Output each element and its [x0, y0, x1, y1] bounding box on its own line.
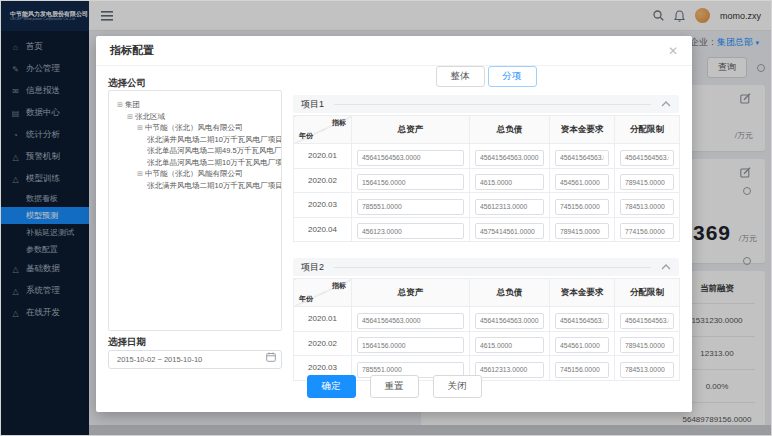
- app-root: 中节能风力发电股份有限公司 CECEP Wind power Corporati…: [0, 0, 772, 436]
- indicator-value-input[interactable]: [475, 313, 544, 329]
- tree-expand-icon[interactable]: ⊞: [127, 113, 133, 120]
- tree-expand-icon[interactable]: ⊞: [137, 170, 143, 177]
- table-row: 2020.03: [294, 193, 680, 218]
- select-company-label: 选择公司: [108, 77, 146, 88]
- indicator-value-input[interactable]: [620, 174, 674, 190]
- close-icon[interactable]: ✕: [668, 45, 678, 57]
- indicator-table-项目1: 指标年份总资产总负债资本金要求分配限制2020.012020.022020.03…: [293, 115, 680, 242]
- view-tabs: 整体 分项: [293, 66, 679, 87]
- section-title: 项目2: [301, 261, 324, 274]
- tree-node-label: 中节能（张北）风电有限公司: [145, 123, 243, 132]
- indicator-value-input[interactable]: [357, 174, 464, 190]
- confirm-button[interactable]: 确定: [307, 375, 356, 398]
- indicator-value-input[interactable]: [475, 337, 544, 353]
- indicator-value-input[interactable]: [620, 313, 674, 329]
- indicator-config-modal: 指标配置 ✕ 选择公司 ⊞集团⊞张北区域⊞中节能（张北）风电有限公司张北满井风电…: [96, 36, 692, 412]
- column-header: 总资产: [352, 116, 470, 144]
- date-range-input[interactable]: [108, 350, 282, 369]
- table-row: 2020.02: [294, 331, 680, 356]
- section-header-项目1[interactable]: 项目1: [293, 95, 679, 113]
- indicator-value-input[interactable]: [475, 199, 544, 215]
- chevron-up-icon[interactable]: [661, 264, 671, 270]
- indicator-value-input[interactable]: [475, 223, 544, 239]
- year-cell: 2020.03: [294, 193, 352, 218]
- section-header-项目2[interactable]: 项目2: [293, 258, 679, 276]
- chevron-up-icon[interactable]: [661, 101, 671, 107]
- table-row: 2020.04: [294, 217, 680, 242]
- indicator-value-input[interactable]: [357, 199, 464, 215]
- tree-node[interactable]: 张北满井风电场二期10万千瓦风电厂项目: [113, 134, 277, 146]
- table-row: 2020.01: [294, 144, 680, 169]
- indicator-value-input[interactable]: [357, 313, 464, 329]
- corner-header-cell: 指标年份: [294, 116, 352, 144]
- year-cell: 2020.01: [294, 307, 352, 332]
- indicator-value-input[interactable]: [620, 223, 674, 239]
- modal-title: 指标配置: [110, 43, 154, 58]
- tree-expand-icon[interactable]: ⊞: [117, 101, 123, 108]
- indicator-value-input[interactable]: [555, 174, 609, 190]
- company-tree: ⊞集团⊞张北区域⊞中节能（张北）风电有限公司张北满井风电场二期10万千瓦风电厂项…: [108, 90, 282, 331]
- modal-header: 指标配置 ✕: [96, 36, 692, 66]
- tree-node-label: 张北满井风电场二期10万千瓦风电厂项目: [147, 181, 282, 190]
- modal-footer: 确定 重置 关闭: [96, 375, 692, 398]
- corner-header-cell: 指标年份: [294, 279, 352, 307]
- column-header: 总资产: [352, 279, 470, 307]
- tree-node-label: 集团: [125, 100, 140, 109]
- column-header: 总负债: [470, 279, 550, 307]
- indicator-value-input[interactable]: [357, 337, 464, 353]
- tree-node[interactable]: 张北单晶河风电场二期10万千瓦风电厂项目: [113, 157, 277, 169]
- indicator-value-input[interactable]: [555, 150, 609, 166]
- indicator-value-input[interactable]: [620, 150, 674, 166]
- year-cell: 2020.02: [294, 331, 352, 356]
- column-header: 分配限制: [615, 279, 680, 307]
- corner-bottom-label: 年份: [299, 294, 313, 304]
- section-divider: [334, 267, 651, 268]
- tree-node-label: 张北单晶河风电场二期10万千瓦风电厂项目: [147, 158, 282, 167]
- reset-button[interactable]: 重置: [370, 375, 419, 398]
- tree-node[interactable]: 张北满井风电场二期10万千瓦风电厂项目: [113, 180, 277, 192]
- year-cell: 2020.02: [294, 168, 352, 193]
- indicator-value-input[interactable]: [555, 199, 609, 215]
- column-header: 分配限制: [615, 116, 680, 144]
- tab-overall[interactable]: 整体: [436, 66, 485, 87]
- indicator-value-input[interactable]: [620, 337, 674, 353]
- calendar-icon[interactable]: [266, 352, 276, 362]
- tab-by-item[interactable]: 分项: [488, 66, 537, 87]
- indicator-value-input[interactable]: [357, 150, 464, 166]
- table-row: 2020.01: [294, 307, 680, 332]
- corner-top-label: 指标: [332, 118, 346, 128]
- tree-node-label: 张北区域: [135, 112, 165, 121]
- close-button[interactable]: 关闭: [433, 375, 482, 398]
- indicator-value-input[interactable]: [555, 313, 609, 329]
- tree-node[interactable]: ⊞中节能（张北）风电有限公司: [113, 122, 277, 134]
- table-row: 2020.02: [294, 168, 680, 193]
- indicator-value-input[interactable]: [475, 174, 544, 190]
- indicator-panel: 整体 分项 项目1指标年份总资产总负债资本金要求分配限制2020.012020.…: [293, 66, 679, 381]
- section-title: 项目1: [301, 98, 324, 111]
- year-cell: 2020.01: [294, 144, 352, 169]
- indicator-value-input[interactable]: [555, 337, 609, 353]
- tree-node-label: 张北单晶河风电场二期49.5万千瓦风电厂项目: [147, 146, 282, 155]
- section-divider: [334, 104, 651, 105]
- indicator-table-项目2: 指标年份总资产总负债资本金要求分配限制2020.012020.022020.03: [293, 278, 680, 381]
- tree-node[interactable]: ⊞中节能（张北）风能有限公司: [113, 168, 277, 180]
- column-header: 资本金要求: [550, 116, 615, 144]
- tree-node-label: 中节能（张北）风能有限公司: [145, 169, 243, 178]
- indicator-value-input[interactable]: [475, 150, 544, 166]
- tree-node[interactable]: ⊞张北区域: [113, 111, 277, 123]
- year-cell: 2020.04: [294, 217, 352, 242]
- column-header: 资本金要求: [550, 279, 615, 307]
- tree-node-label: 张北满井风电场二期10万千瓦风电厂项目: [147, 135, 282, 144]
- column-header: 总负债: [470, 116, 550, 144]
- indicator-value-input[interactable]: [555, 223, 609, 239]
- tree-expand-icon[interactable]: ⊞: [137, 124, 143, 131]
- corner-top-label: 指标: [332, 281, 346, 291]
- indicator-value-input[interactable]: [357, 223, 464, 239]
- tree-node[interactable]: 张北单晶河风电场二期49.5万千瓦风电厂项目: [113, 145, 277, 157]
- corner-bottom-label: 年份: [299, 131, 313, 141]
- tree-node[interactable]: ⊞集团: [113, 99, 277, 111]
- indicator-value-input[interactable]: [620, 199, 674, 215]
